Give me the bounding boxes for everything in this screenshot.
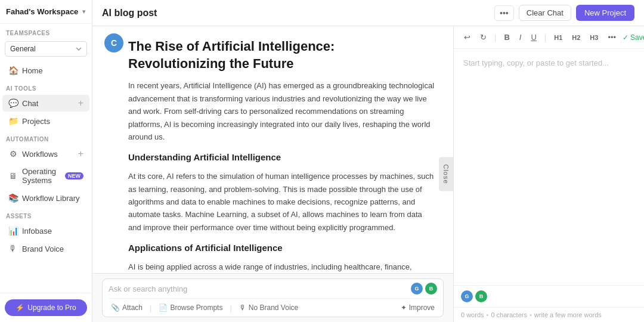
close-tab[interactable]: Close bbox=[439, 157, 453, 191]
doc-section2-title: Applications of Artificial Intelligence bbox=[128, 241, 435, 256]
new-project-button[interactable]: New Project bbox=[576, 5, 634, 21]
workspace-name: Fahad's Workspace bbox=[6, 7, 78, 16]
doc-section1-body: At its core, AI refers to the simulation… bbox=[128, 170, 435, 234]
h2-button[interactable]: H2 bbox=[569, 31, 583, 44]
document-scroll: The Rise of Artificial Intelligence: Rev… bbox=[92, 26, 453, 273]
main-content: AI blog post ••• Clear Chat New Project … bbox=[92, 0, 644, 322]
attach-icon: 📎 bbox=[111, 304, 120, 312]
brand-voice-icon: 🎙 bbox=[8, 244, 18, 253]
chat-footer: G B bbox=[454, 285, 644, 307]
topbar-actions: ••• Clear Chat New Project bbox=[494, 5, 634, 21]
chat-input-row: G B bbox=[109, 283, 437, 295]
redo-button[interactable]: ↻ bbox=[477, 31, 490, 44]
home-icon: 🏠 bbox=[8, 66, 18, 75]
char-count: 0 characters bbox=[491, 311, 527, 318]
h3-button[interactable]: H3 bbox=[587, 31, 601, 44]
attach-label: Attach bbox=[122, 304, 143, 312]
h1-button[interactable]: H1 bbox=[551, 31, 565, 44]
upgrade-icon: ⚡ bbox=[16, 304, 24, 312]
write-more: write a few more words bbox=[534, 311, 602, 318]
more-icon: ••• bbox=[500, 8, 509, 18]
upgrade-button[interactable]: ⚡ Upgrade to Pro bbox=[5, 299, 87, 316]
sidebar-brand-voice-label: Brand Voice bbox=[22, 244, 83, 253]
improve-label: Improve bbox=[409, 304, 435, 312]
chat-body: Start typing, copy, or paste to get star… bbox=[454, 49, 644, 285]
workflows-add-icon[interactable]: + bbox=[78, 149, 83, 159]
chat-body-placeholder: Start typing, copy, or paste to get star… bbox=[463, 58, 634, 67]
sidebar-workflows-label: Workflows bbox=[22, 150, 74, 159]
chat-add-icon[interactable]: + bbox=[78, 98, 83, 108]
os-icon: 🖥 bbox=[8, 171, 18, 181]
sidebar: Fahad's Workspace ▾ Teamspaces General 🏠… bbox=[0, 0, 92, 322]
sep2: | bbox=[230, 304, 231, 312]
page-title: AI blog post bbox=[102, 8, 157, 18]
bold-button[interactable]: B bbox=[501, 31, 512, 44]
h3-icon: H3 bbox=[590, 34, 598, 41]
undo-icon: ↩ bbox=[464, 33, 470, 42]
doc-section2-body: AI is being applied across a wide range … bbox=[128, 261, 435, 273]
more-toolbar-button[interactable]: ••• bbox=[605, 31, 619, 44]
sidebar-os-label: Operating Systems bbox=[22, 167, 61, 185]
saved-label: ✓ Saved bbox=[623, 33, 644, 42]
sidebar-item-workflow-library[interactable]: 📚 Workflow Library bbox=[2, 190, 89, 206]
dot2: • bbox=[530, 311, 532, 318]
document-title-line1: The Rise of Artificial Intelligence: bbox=[128, 39, 335, 54]
team-select-wrapper[interactable]: General bbox=[5, 41, 87, 57]
sidebar-item-home[interactable]: 🏠 Home bbox=[2, 62, 89, 79]
workflows-icon: ⚙ bbox=[8, 149, 18, 159]
avatar-b: B bbox=[425, 283, 437, 295]
improve-button[interactable]: ✦ Improve bbox=[398, 302, 437, 313]
new-badge: NEW bbox=[65, 172, 83, 179]
chat-icon: 💬 bbox=[8, 98, 18, 108]
underline-button[interactable]: U bbox=[528, 31, 539, 44]
panels: C The Rise of Artificial Intelligence: R… bbox=[92, 26, 644, 322]
sidebar-chat-label: Chat bbox=[22, 99, 74, 108]
workspace-header[interactable]: Fahad's Workspace ▾ bbox=[0, 0, 92, 24]
automation-label: Automation bbox=[0, 130, 92, 145]
toolbar-sep2: | bbox=[544, 33, 546, 42]
chat-actions-row: 📎 Attach | 📄 Browse Prompts | 🎙 No Brand… bbox=[109, 298, 437, 313]
sidebar-item-chat[interactable]: 💬 Chat + bbox=[2, 95, 89, 112]
attach-button[interactable]: 📎 Attach bbox=[109, 302, 145, 313]
author-avatar: C bbox=[104, 33, 123, 52]
document-title-line2: Revolutionizing the Future bbox=[128, 56, 293, 71]
sidebar-workflow-library-label: Workflow Library bbox=[22, 194, 83, 203]
clear-chat-button[interactable]: Clear Chat bbox=[519, 5, 571, 21]
footer-avatar-b: B bbox=[475, 290, 487, 302]
no-brand-voice-label: No Brand Voice bbox=[249, 304, 298, 312]
dot1: • bbox=[487, 311, 489, 318]
chat-input-icons: G B bbox=[411, 283, 437, 295]
more-options-button[interactable]: ••• bbox=[494, 5, 514, 21]
doc-intro: In recent years, Artificial Intelligence… bbox=[128, 79, 435, 143]
toolbar-sep1: | bbox=[494, 33, 496, 42]
h2-icon: H2 bbox=[572, 34, 580, 41]
sidebar-item-workflows[interactable]: ⚙ Workflows + bbox=[2, 145, 89, 162]
chat-input[interactable] bbox=[109, 284, 406, 293]
topbar: AI blog post ••• Clear Chat New Project bbox=[92, 0, 644, 26]
chat-panel: ↩ ↻ | B I U | H1 bbox=[453, 26, 644, 322]
sidebar-item-brand-voice[interactable]: 🎙 Brand Voice bbox=[2, 240, 89, 257]
footer-avatar-g: G bbox=[461, 290, 473, 302]
sidebar-item-operating-systems[interactable]: 🖥 Operating Systems NEW bbox=[2, 163, 89, 188]
browse-prompts-label: Browse Prompts bbox=[170, 304, 222, 312]
word-count: 0 words bbox=[461, 311, 484, 318]
undo-button[interactable]: ↩ bbox=[461, 31, 473, 44]
sidebar-home-label: Home bbox=[22, 66, 83, 75]
sidebar-item-infobase[interactable]: 📊 Infobase bbox=[2, 222, 89, 239]
italic-icon: I bbox=[519, 33, 522, 42]
browse-prompts-icon: 📄 bbox=[159, 304, 168, 312]
sep1: | bbox=[150, 304, 151, 312]
team-select[interactable]: General bbox=[5, 41, 87, 57]
underline-icon: U bbox=[531, 33, 536, 42]
italic-button[interactable]: I bbox=[516, 31, 525, 44]
redo-icon: ↻ bbox=[480, 33, 487, 42]
doc-section1-title: Understanding Artificial Intelligence bbox=[128, 150, 435, 165]
chat-footer-avatars: G B bbox=[461, 290, 487, 302]
document-title: The Rise of Artificial Intelligence: Rev… bbox=[128, 38, 435, 72]
bold-icon: B bbox=[504, 33, 509, 42]
sidebar-infobase-label: Infobase bbox=[22, 227, 83, 236]
sidebar-item-projects[interactable]: 📁 Projects bbox=[2, 113, 89, 129]
browse-prompts-button[interactable]: 📄 Browse Prompts bbox=[156, 302, 225, 313]
no-brand-voice-button[interactable]: 🎙 No Brand Voice bbox=[237, 302, 301, 313]
infobase-icon: 📊 bbox=[8, 226, 18, 236]
